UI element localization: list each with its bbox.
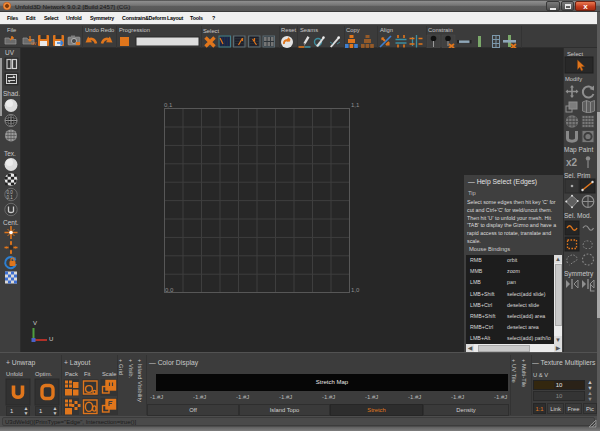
svg-text:x2: x2 xyxy=(566,157,578,168)
svg-text:0,1: 0,1 xyxy=(7,195,14,200)
svg-text:uv: uv xyxy=(31,40,37,46)
